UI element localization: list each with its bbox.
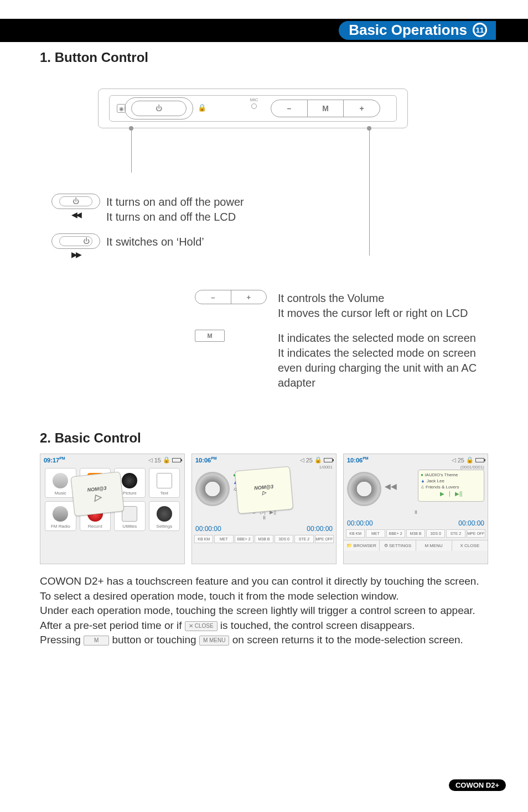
- play-icon: ▷: [262, 490, 267, 496]
- eq-row: KB KMMETBBE+ 2M3B B3DS 0STE 2MPE OFF: [344, 527, 488, 540]
- time-total: 00:00:00: [458, 519, 484, 527]
- eq-row: KB KMMETBBE+ 2M3B B3DS 0STE 2MPE OFF: [192, 533, 336, 545]
- power-switch-icon: ⏻: [51, 194, 100, 209]
- time-elapsed: 00:00:00: [347, 519, 373, 527]
- volume-desc-2: It moves the cursor left or right on LCD: [278, 306, 468, 321]
- track-count: (0001/0001): [344, 465, 488, 470]
- page-number: 11: [473, 23, 487, 37]
- time-elapsed: 00:00:00: [195, 525, 221, 533]
- section2-title: 2. Basic Control: [40, 430, 488, 446]
- bottom-menu: 📁 BROWSER ⚙ SETTINGS M MENU X CLOSE: [344, 540, 488, 551]
- lock-small-icon: 🔒: [314, 456, 322, 464]
- body-p2: To select a desired operation mode, touc…: [40, 589, 488, 604]
- screen-mode-select: 09:17PM ◁15 🔒 Music Movie Picture Text F…: [40, 454, 185, 564]
- btn-close: X CLOSE: [452, 540, 488, 551]
- album-art: [347, 472, 381, 506]
- vol-plus: +: [344, 100, 380, 117]
- arrows-left-icon: ◀◀: [45, 210, 106, 219]
- m-desc-1: It indicates the selected mode on screen: [278, 331, 488, 346]
- power-desc-2: It turns on and off the LCD: [106, 210, 244, 225]
- overlay-card-1: NOM@3 ▷: [70, 471, 124, 516]
- section1-title: 1. Button Control: [40, 50, 488, 65]
- mode-settings: Settings: [149, 501, 180, 531]
- power-slider: ⏻: [131, 101, 187, 116]
- device-top-diagram: ◉ ⏻ 🔒 MIC – M +: [65, 73, 463, 184]
- menu-chip-icon: M MENU: [199, 636, 230, 646]
- mode-fmradio: FM Radio: [45, 501, 76, 531]
- hold-switch-icon: ⏻: [51, 233, 100, 249]
- volume-buttons-icon: – +: [195, 290, 267, 304]
- volume-strip: – M +: [271, 100, 380, 117]
- close-chip-icon: ✕ CLOSE: [185, 621, 218, 631]
- track-popup: ●iAUDIO's Theme ▲Jack Lee ♫ Friends & Lo…: [418, 470, 484, 502]
- volume-desc-1: It controls the Volume: [278, 291, 468, 306]
- speaker-icon: ◁: [452, 457, 456, 463]
- btn-browser: 📁 BROWSER: [344, 540, 380, 551]
- vol-mini-minus: –: [195, 290, 231, 304]
- mode-text: Text: [149, 468, 180, 498]
- power-desc-1: It turns on and off the power: [106, 195, 244, 210]
- m-button-icon: M: [195, 330, 225, 342]
- battery-icon: [475, 458, 484, 462]
- mic-label: MIC: [247, 97, 261, 109]
- m-chip-icon: M: [84, 636, 109, 646]
- speaker-icon: ◁: [300, 457, 304, 463]
- screen-player: 10:06PM ◁25 🔒 1/0001 ● iAUDIO ▲ Jack Lee…: [191, 454, 337, 564]
- speaker-icon: ◁: [148, 457, 153, 463]
- m-desc-2: It indicates the selected mode on screen…: [278, 346, 488, 391]
- lock-small-icon: 🔒: [466, 456, 474, 464]
- body-p3: Under each operation mode, touching the …: [40, 603, 488, 618]
- hold-desc-1: It switches on ‘Hold’: [106, 235, 204, 249]
- arrows-right-icon: ▶▶: [45, 250, 106, 259]
- time-total: 00:00:00: [307, 525, 333, 533]
- body-p5: Pressing M button or touching M MENU on …: [40, 633, 488, 648]
- screen-player-menu: 10:06PM ◁25 🔒 (0001/0001) ◀◀ ▶▶ ⏸ ●iAUDI…: [343, 454, 488, 564]
- btn-menu: M MENU: [416, 540, 452, 551]
- header-title: Basic Operations: [349, 22, 467, 39]
- play-icon: ▷: [94, 491, 102, 502]
- body-p1: COWON D2+ has a touchscreen feature and …: [40, 574, 488, 589]
- vol-minus: –: [271, 100, 308, 117]
- body-paragraphs: COWON D2+ has a touchscreen feature and …: [40, 574, 488, 648]
- header-title-pill: Basic Operations 11: [339, 21, 496, 40]
- pause-icon: ⏸: [347, 506, 484, 515]
- overlay-card-2: NOM@3 ▷: [235, 466, 293, 514]
- lock-small-icon: 🔒: [163, 456, 170, 464]
- vol-m: M: [308, 100, 344, 117]
- album-art: [195, 472, 230, 506]
- body-p4: After a pre-set period time or if ✕ CLOS…: [40, 618, 488, 633]
- header-bar: Basic Operations 11: [0, 19, 528, 42]
- mic-hole-icon: [251, 103, 257, 109]
- footer-model-badge: COWON D2+: [449, 779, 506, 791]
- screenshots-row: 09:17PM ◁15 🔒 Music Movie Picture Text F…: [40, 454, 488, 564]
- vol-mini-plus: +: [231, 290, 267, 304]
- battery-icon: [324, 458, 333, 462]
- lock-icon: 🔒: [198, 103, 206, 112]
- btn-settings: ⚙ SETTINGS: [380, 540, 416, 551]
- battery-icon: [172, 458, 181, 462]
